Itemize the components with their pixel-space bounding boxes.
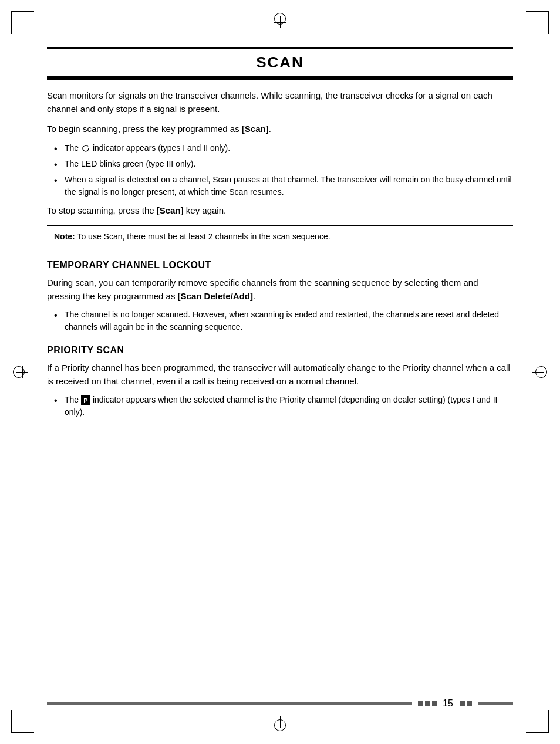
reg-circle-bottom xyxy=(274,719,286,731)
reg-circle-left xyxy=(13,366,25,378)
intro-paragraph: Scan monitors for signals on the transce… xyxy=(47,89,513,116)
corner-mark-bottom-left xyxy=(11,710,34,733)
svg-marker-0 xyxy=(87,144,89,147)
footer-dot xyxy=(432,701,437,706)
footer-dot xyxy=(467,701,472,706)
bullet-list-2: The channel is no longer scanned. Howeve… xyxy=(47,309,513,333)
bullet5-text-before: The xyxy=(65,395,81,404)
list-item: The indicator appears (types I and II on… xyxy=(47,142,513,154)
footer-dot xyxy=(418,701,423,706)
bullet3-text: When a signal is detected on a channel, … xyxy=(65,175,512,197)
bullet1-text-before: The xyxy=(65,143,81,153)
footer-rule-right xyxy=(478,702,513,705)
note-box: Note: To use Scan, there must be at leas… xyxy=(47,225,513,248)
page-title: SCAN xyxy=(47,53,513,72)
temp-key-label: [Scan Delete/Add] xyxy=(178,291,253,301)
bullet4-text: The channel is no longer scanned. Howeve… xyxy=(65,310,499,332)
reg-circle-right xyxy=(535,366,547,378)
footer-dots-right xyxy=(460,701,472,706)
note-text: To use Scan, there must be at least 2 ch… xyxy=(75,232,330,241)
reg-circle-top xyxy=(274,13,286,25)
scan-arrow-icon xyxy=(81,143,93,153)
begin-scan-text-after: . xyxy=(269,124,271,134)
begin-scan-key: [Scan] xyxy=(242,124,269,134)
content-area: SCAN Scan monitors for signals on the tr… xyxy=(47,35,513,418)
section-priority-paragraph: If a Priority channel has been programme… xyxy=(47,361,513,388)
bullet5-text-after: indicator appears when the selected chan… xyxy=(65,395,497,417)
stop-scan-text-before: To stop scanning, press the xyxy=(47,205,157,215)
bullet1-text-after: indicator appears (types I and II only). xyxy=(93,143,230,153)
footer: 15 xyxy=(47,698,513,709)
bullet-list-3: The P indicator appears when the selecte… xyxy=(47,394,513,418)
bullet-list-1: The indicator appears (types I and II on… xyxy=(47,142,513,198)
corner-mark-top-right xyxy=(526,11,549,34)
list-item: When a signal is detected on a channel, … xyxy=(47,174,513,198)
list-item: The LED blinks green (type III only). xyxy=(47,158,513,170)
temp-para-before: During scan, you can temporarily remove … xyxy=(47,278,478,301)
footer-dot xyxy=(425,701,430,706)
footer-rule-left xyxy=(47,702,412,705)
stop-scan-text-after: key again. xyxy=(184,205,227,215)
section-temp-paragraph: During scan, you can temporarily remove … xyxy=(47,276,513,303)
section-priority-header: PRIORITY SCAN xyxy=(47,345,513,356)
stop-scan-key: [Scan] xyxy=(157,205,184,215)
corner-mark-bottom-right xyxy=(526,710,549,733)
list-item: The channel is no longer scanned. Howeve… xyxy=(47,309,513,333)
footer-dot xyxy=(460,701,465,706)
bullet2-text: The LED blinks green (type III only). xyxy=(65,159,195,168)
footer-dots-left xyxy=(418,701,437,706)
note-label: Note: xyxy=(54,232,75,241)
list-item: The P indicator appears when the selecte… xyxy=(47,394,513,418)
section-temp-header: TEMPORARY CHANNEL LOCKOUT xyxy=(47,260,513,270)
temp-para-after: . xyxy=(253,291,255,301)
stop-scan-instruction: To stop scanning, press the [Scan] key a… xyxy=(47,204,513,218)
priority-p-icon: P xyxy=(81,395,90,405)
title-section: SCAN xyxy=(47,47,513,78)
corner-mark-top-left xyxy=(11,11,34,34)
page: SCAN Scan monitors for signals on the tr… xyxy=(0,0,560,744)
page-number: 15 xyxy=(443,698,454,709)
main-content: Scan monitors for signals on the transce… xyxy=(47,80,513,418)
begin-scan-text-before: To begin scanning, press the key program… xyxy=(47,124,242,134)
begin-scan-instruction: To begin scanning, press the key program… xyxy=(47,123,513,136)
